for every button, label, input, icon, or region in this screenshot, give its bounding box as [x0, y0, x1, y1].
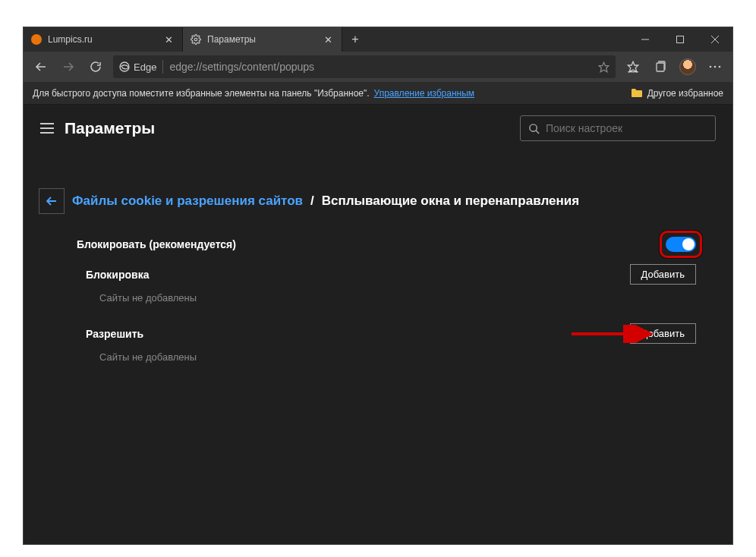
block-add-button[interactable]: Добавить [630, 264, 696, 285]
favorite-star-icon[interactable] [598, 61, 610, 73]
app-menu-button[interactable] [702, 55, 728, 79]
settings-menu-button[interactable] [40, 123, 54, 134]
minimize-button[interactable] [628, 27, 663, 52]
close-tab-icon[interactable]: ✕ [162, 34, 176, 46]
block-section-row: Блокировка Добавить [60, 256, 696, 288]
address-bar[interactable]: Edge edge://settings/content/popups [113, 55, 616, 78]
settings-body: Блокировать (рекомендуется) Блокировка Д… [24, 229, 732, 375]
maximize-button[interactable] [663, 27, 698, 52]
breadcrumb-current: Всплывающие окна и перенаправления [322, 194, 579, 209]
other-favorites[interactable]: Другое избранное [647, 88, 723, 99]
collections-button[interactable] [647, 55, 673, 79]
close-window-button[interactable] [698, 27, 732, 52]
favicon-lumpics [31, 34, 42, 45]
tab-lumpics[interactable]: Lumpics.ru ✕ [24, 27, 183, 52]
breadcrumb: Файлы cookie и разрешения сайтов / Всплы… [24, 152, 732, 229]
search-input[interactable] [546, 122, 707, 134]
favbar-manage-link[interactable]: Управление избранным [374, 88, 474, 99]
url-text: edge://settings/content/popups [169, 61, 314, 73]
settings-search[interactable] [520, 115, 716, 141]
breadcrumb-back-button[interactable] [39, 188, 65, 214]
svg-line-14 [536, 131, 539, 134]
svg-marker-7 [628, 61, 638, 71]
svg-rect-2 [677, 36, 684, 43]
gear-icon [191, 34, 201, 45]
tab-title: Параметры [207, 34, 256, 45]
block-recommended-label: Блокировать (рекомендуется) [77, 238, 236, 250]
back-button[interactable] [28, 55, 54, 79]
allow-add-button[interactable]: Добавить [630, 323, 696, 344]
tab-title: Lumpics.ru [48, 34, 93, 45]
site-identity-label: Edge [134, 61, 156, 73]
favorites-bar: Для быстрого доступа поместите избранные… [24, 82, 732, 105]
profile-avatar[interactable] [675, 55, 701, 79]
browser-window: Lumpics.ru ✕ Параметры ✕ + Edge edg [23, 27, 733, 545]
favorites-button[interactable] [620, 55, 646, 79]
titlebar: Lumpics.ru ✕ Параметры ✕ + [24, 27, 732, 52]
search-icon [528, 123, 540, 134]
refresh-button[interactable] [83, 55, 109, 79]
page-content: Параметры Файлы cookie и разрешения сайт… [24, 105, 732, 544]
settings-header: Параметры [24, 105, 732, 152]
page-title: Параметры [65, 119, 155, 137]
tab-settings[interactable]: Параметры ✕ [183, 27, 342, 52]
breadcrumb-sep: / [310, 194, 314, 209]
forward-button[interactable] [55, 55, 81, 79]
favbar-text: Для быстрого доступа поместите избранные… [33, 88, 370, 99]
svg-marker-6 [599, 62, 609, 72]
block-toggle[interactable] [666, 237, 696, 252]
svg-point-12 [719, 66, 721, 68]
svg-point-11 [714, 66, 717, 68]
allow-empty-text: Сайты не добавлены [60, 347, 696, 375]
svg-point-13 [530, 124, 537, 131]
block-recommended-row: Блокировать (рекомендуется) [60, 229, 696, 256]
block-empty-text: Сайты не добавлены [60, 288, 696, 316]
arrow-left-icon [46, 195, 58, 207]
breadcrumb-link[interactable]: Файлы cookie и разрешения сайтов [72, 194, 303, 209]
folder-icon [631, 88, 643, 98]
svg-point-0 [194, 38, 197, 41]
new-tab-button[interactable]: + [342, 27, 368, 52]
window-controls [628, 27, 732, 52]
separator [162, 60, 163, 74]
edge-logo-icon [119, 61, 130, 72]
toolbar: Edge edge://settings/content/popups [24, 52, 732, 82]
allow-section-row: Разрешить Добавить [60, 316, 696, 347]
block-section-label: Блокировка [86, 269, 149, 281]
site-identity[interactable]: Edge [119, 61, 156, 73]
allow-section-label: Разрешить [86, 328, 143, 340]
close-tab-icon[interactable]: ✕ [321, 34, 335, 46]
svg-rect-9 [657, 63, 664, 71]
svg-point-10 [710, 66, 712, 68]
